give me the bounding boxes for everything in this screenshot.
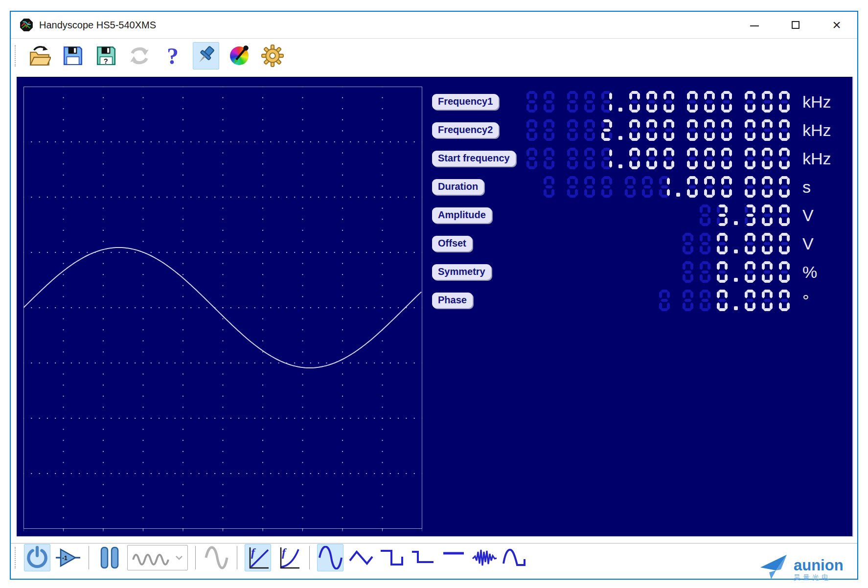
unit-label-symmetry: %: [802, 263, 817, 282]
segment-digit: [526, 119, 537, 141]
generator-row-frequency2: Frequency2kHz: [17, 116, 852, 144]
toolbar-grip[interactable]: [15, 45, 18, 67]
segment-digit: [687, 176, 698, 198]
settings-button[interactable]: [259, 42, 286, 69]
segment-digit: [779, 233, 790, 254]
segment-digit: [544, 119, 554, 141]
wave-arbitrary-button[interactable]: [502, 544, 528, 571]
titlebar[interactable]: Handyscope HS5-540XMS ×: [11, 12, 857, 38]
colors-button[interactable]: [226, 42, 252, 69]
window-title: Handyscope HS5-540XMS: [39, 20, 156, 31]
svg-text:?: ?: [167, 45, 179, 67]
generator-row-offset: OffsetV: [17, 229, 852, 258]
segment-digit: [544, 91, 554, 113]
segment-digit: [779, 91, 790, 113]
window-controls: ×: [734, 12, 857, 38]
invert-output-button[interactable]: -1: [55, 544, 81, 571]
segment-digit: [745, 204, 755, 226]
close-button[interactable]: ×: [816, 12, 857, 38]
segment-digit: [745, 119, 755, 141]
segment-digit: [625, 176, 636, 198]
decimal-point: [618, 119, 623, 141]
svg-text:f: f: [251, 546, 256, 559]
wave-square-button[interactable]: [379, 544, 405, 571]
power-icon: [25, 545, 49, 570]
segment-digit: [779, 261, 790, 283]
burst-sine-button: [203, 544, 229, 571]
segment-digit: [663, 148, 674, 169]
segment-digit: [700, 233, 710, 254]
output-on-button[interactable]: [24, 544, 50, 571]
sweep-linear-button[interactable]: f: [245, 544, 271, 571]
unit-label-frequency2: kHz: [802, 121, 831, 140]
open-button[interactable]: [26, 42, 53, 69]
parameter-label-offset[interactable]: Offset: [432, 236, 472, 251]
wave-pulse-button[interactable]: [410, 544, 436, 571]
segment-digit: [567, 148, 578, 169]
save-as-button[interactable]: ?: [93, 42, 119, 69]
segment-digit: [721, 119, 732, 141]
segment-digit: [601, 148, 612, 169]
segment-digit: [779, 204, 790, 226]
save-icon: [62, 45, 84, 67]
square-icon: [379, 546, 405, 569]
palette-icon: [230, 46, 249, 65]
minimize-button[interactable]: [734, 12, 775, 38]
segment-digit: [762, 290, 773, 311]
watermark-brand: aunion: [794, 558, 844, 573]
segment-digit: [745, 91, 755, 113]
sweep-exponential-button[interactable]: f: [275, 544, 302, 571]
parameter-label-frequency2[interactable]: Frequency2: [432, 122, 499, 138]
signal-select-button[interactable]: [127, 545, 188, 570]
arbitrary-icon: [502, 546, 528, 569]
segment-digit: [700, 261, 710, 283]
help-button[interactable]: ?: [160, 42, 186, 69]
parameter-label-frequency1[interactable]: Frequency1: [432, 94, 499, 110]
parameter-label-symmetry[interactable]: Symmetry: [432, 264, 491, 280]
unit-label-frequency1: kHz: [802, 92, 831, 112]
app-logo-icon: [20, 18, 33, 32]
segment-digit: [717, 290, 728, 311]
toolbar-bottom: -1 f f: [11, 543, 857, 571]
pause-button[interactable]: [96, 544, 123, 571]
save-button[interactable]: [60, 42, 86, 69]
toolbar-grip[interactable]: [15, 547, 18, 568]
toolbar-separator: [89, 546, 89, 569]
segment-digit: [584, 148, 595, 169]
seven-segment-display-offset: [683, 233, 796, 254]
segment-digit: [745, 261, 755, 283]
pause-icon: [98, 546, 121, 569]
segment-digit: [544, 176, 554, 198]
dc-icon: [441, 546, 466, 569]
parameter-label-duration[interactable]: Duration: [432, 179, 484, 195]
segment-digit: [721, 148, 732, 169]
watermark-plane-icon: [759, 551, 791, 581]
pin-button[interactable]: [193, 42, 219, 69]
unit-label-phase: °: [802, 291, 809, 310]
segment-digit: [526, 91, 537, 113]
maximize-button[interactable]: [775, 12, 816, 38]
decimal-point: [734, 204, 738, 226]
freq-linear-icon: f: [246, 545, 270, 570]
segment-digit: [567, 119, 578, 141]
minimize-icon: [750, 25, 759, 26]
svg-text:f: f: [282, 546, 287, 559]
segment-digit: [704, 176, 715, 198]
segment-digit: [717, 204, 728, 226]
decimal-point: [734, 290, 738, 311]
wave-noise-button[interactable]: [471, 544, 498, 571]
segment-digit: [601, 176, 612, 198]
toolbar-separator: [237, 546, 237, 569]
parameter-label-phase[interactable]: Phase: [432, 293, 473, 308]
wave-dc-button[interactable]: [440, 544, 467, 571]
parameter-label-amplitude[interactable]: Amplitude: [432, 207, 492, 223]
generator-row-frequency1: Frequency1kHz: [17, 88, 852, 116]
generator-row-start-frequency: Start frequencykHz: [17, 144, 852, 173]
segment-digit: [683, 290, 693, 311]
wave-sine-button[interactable]: [317, 544, 343, 571]
parameter-label-start-frequency[interactable]: Start frequency: [432, 151, 516, 166]
wave-triangle-button[interactable]: [348, 544, 374, 571]
segment-digit: [762, 233, 773, 254]
help-icon: ?: [161, 45, 184, 67]
segment-digit: [762, 176, 773, 198]
